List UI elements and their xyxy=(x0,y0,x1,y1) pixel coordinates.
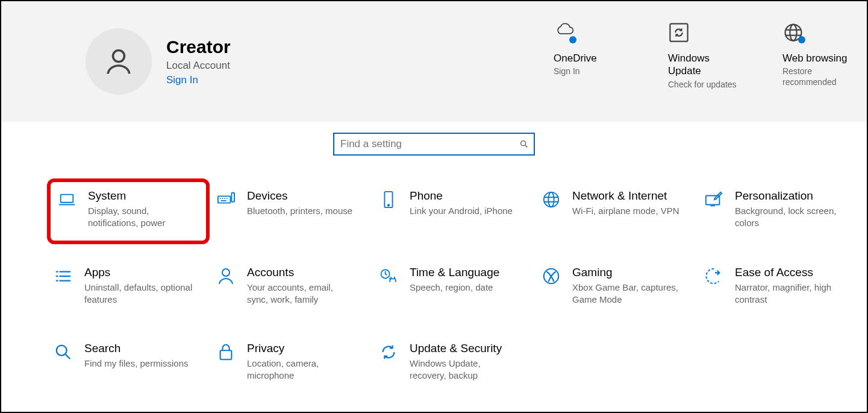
onedrive-tile[interactable]: OneDrive Sign In xyxy=(554,22,626,104)
svg-point-13 xyxy=(222,269,229,276)
svg-point-10 xyxy=(544,192,558,207)
category-title: Phone xyxy=(410,189,513,203)
category-title: Devices xyxy=(247,189,352,203)
svg-point-4 xyxy=(521,141,526,146)
pen-screen-icon xyxy=(704,189,724,210)
svg-point-9 xyxy=(388,204,389,206)
svg-point-16 xyxy=(57,345,67,356)
svg-point-0 xyxy=(113,51,125,62)
category-phone[interactable]: Phone Link your Android, iPhone xyxy=(372,186,535,233)
search-icon xyxy=(53,342,73,362)
category-title: Gaming xyxy=(572,266,681,279)
category-desc: Speech, region, date xyxy=(410,282,499,294)
category-search[interactable]: Search Find my files, permissions xyxy=(47,338,210,386)
category-title: Update & Security xyxy=(410,342,518,355)
category-privacy[interactable]: Privacy Location, camera, microphone xyxy=(210,338,372,386)
category-personalization[interactable]: Personalization Background, lock screen,… xyxy=(698,186,860,233)
category-ease-of-access[interactable]: Ease of Access Narrator, magnifier, high… xyxy=(698,262,860,310)
laptop-icon xyxy=(57,189,77,210)
svg-rect-1 xyxy=(670,24,687,41)
svg-rect-7 xyxy=(231,193,234,202)
windows-update-sub: Check for updates xyxy=(668,79,740,90)
globe-icon xyxy=(541,189,561,210)
svg-point-3 xyxy=(790,25,796,41)
lock-icon xyxy=(216,342,236,362)
ease-of-access-icon xyxy=(704,266,724,286)
category-title: Time & Language xyxy=(410,266,499,279)
search-wrap xyxy=(1,133,867,156)
person-icon xyxy=(102,45,135,78)
category-title: Privacy xyxy=(247,342,355,355)
category-desc: Bluetooth, printers, mouse xyxy=(247,205,352,217)
person-icon xyxy=(216,266,236,286)
sync-icon xyxy=(378,342,399,362)
category-desc: Background, lock screen, colors xyxy=(735,205,843,230)
globe-icon xyxy=(782,22,804,43)
category-desc: Wi-Fi, airplane mode, VPN xyxy=(572,205,679,217)
category-desc: Uninstall, defaults, optional features xyxy=(84,282,193,306)
onedrive-title: OneDrive xyxy=(554,52,626,65)
category-title: Accounts xyxy=(247,266,355,279)
user-block: Creator Local Account Sign In xyxy=(86,19,231,104)
web-browsing-title: Web browsing xyxy=(782,52,855,65)
web-browsing-sub: Restore recommended xyxy=(782,66,855,87)
category-title: Apps xyxy=(84,266,193,279)
phone-icon xyxy=(378,189,399,210)
cloud-icon xyxy=(554,22,575,43)
category-system[interactable]: System Display, sound, notifications, po… xyxy=(47,178,210,244)
xbox-icon xyxy=(541,266,561,286)
search-input[interactable] xyxy=(340,138,519,150)
category-gaming[interactable]: Gaming Xbox Game Bar, captures, Game Mod… xyxy=(535,262,698,310)
keyboard-icon xyxy=(216,189,236,210)
category-time-language[interactable]: Time & Language Speech, region, date xyxy=(372,262,535,310)
category-desc: Windows Update, recovery, backup xyxy=(410,358,518,382)
svg-rect-17 xyxy=(220,350,232,359)
search-icon xyxy=(519,139,529,149)
category-title: Personalization xyxy=(735,189,843,203)
onedrive-sub: Sign In xyxy=(554,66,626,77)
user-name: Creator xyxy=(166,37,231,57)
category-desc: Find my files, permissions xyxy=(84,358,189,370)
category-desc: Location, camera, microphone xyxy=(247,358,355,382)
category-desc: Narrator, magnifier, high contrast xyxy=(735,282,843,306)
category-desc: Your accounts, email, sync, work, family xyxy=(247,282,355,306)
category-update-security[interactable]: Update & Security Windows Update, recove… xyxy=(372,338,535,386)
svg-rect-5 xyxy=(61,195,73,203)
apps-list-icon xyxy=(53,266,73,286)
category-desc: Display, sound, notifications, power xyxy=(88,205,196,230)
search-box[interactable] xyxy=(333,133,535,156)
sign-in-link[interactable]: Sign In xyxy=(166,74,231,86)
svg-rect-6 xyxy=(218,196,231,203)
category-apps[interactable]: Apps Uninstall, defaults, optional featu… xyxy=(47,262,210,310)
update-icon xyxy=(668,22,690,43)
category-title: Network & Internet xyxy=(572,189,679,203)
windows-update-tile[interactable]: Windows Update Check for updates xyxy=(668,22,740,104)
category-accounts[interactable]: Accounts Your accounts, email, sync, wor… xyxy=(210,262,372,310)
settings-grid: System Display, sound, notifications, po… xyxy=(1,156,867,386)
category-title: Ease of Access xyxy=(735,266,843,279)
svg-point-11 xyxy=(548,192,554,207)
avatar[interactable] xyxy=(86,28,152,95)
category-desc: Link your Android, iPhone xyxy=(410,205,513,217)
category-title: Search xyxy=(84,342,189,355)
header-tiles: OneDrive Sign In Windows Update Check fo… xyxy=(554,19,855,104)
category-desc: Xbox Game Bar, captures, Game Mode xyxy=(572,282,681,306)
category-title: System xyxy=(88,189,196,203)
time-language-icon xyxy=(378,266,399,286)
category-network[interactable]: Network & Internet Wi-Fi, airplane mode,… xyxy=(535,186,698,233)
user-account-type: Local Account xyxy=(166,60,231,72)
web-browsing-tile[interactable]: Web browsing Restore recommended xyxy=(782,22,855,104)
category-devices[interactable]: Devices Bluetooth, printers, mouse xyxy=(210,186,372,233)
windows-update-title: Windows Update xyxy=(668,52,740,78)
settings-header: Creator Local Account Sign In OneDrive S… xyxy=(1,1,867,122)
